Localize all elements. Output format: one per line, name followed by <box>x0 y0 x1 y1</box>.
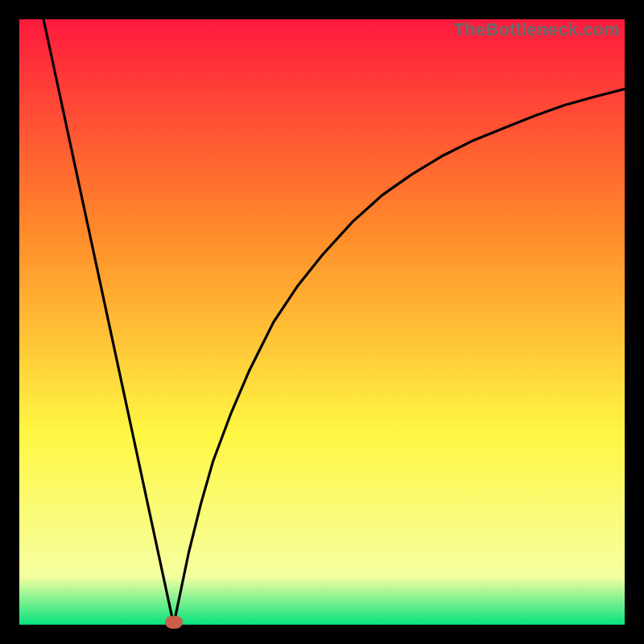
plot-area <box>19 19 625 625</box>
minimum-marker <box>165 616 183 629</box>
chart-frame: TheBottleneck.com <box>0 0 644 644</box>
watermark-label: TheBottleneck.com <box>454 19 620 40</box>
gradient-background <box>19 19 625 625</box>
plot-svg <box>19 19 625 625</box>
